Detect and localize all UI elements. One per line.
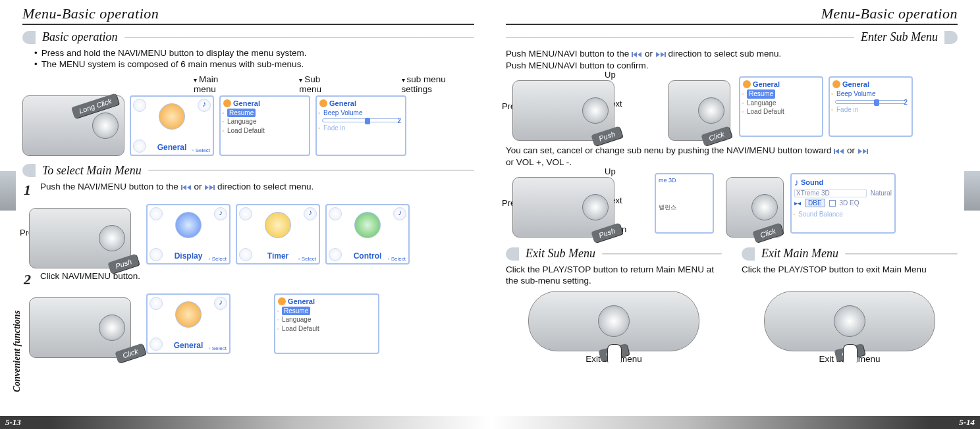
section-heading: To select Main Menu (36, 164, 148, 178)
dot-icon (150, 297, 163, 310)
setting-name: Beep Volume (832, 89, 909, 99)
select-label: ◦ Select (192, 147, 210, 153)
bullet-item: Press and hold the NAVI/MENU button to d… (34, 48, 474, 59)
gear-icon (175, 301, 202, 328)
menu-item: Fade in (832, 105, 909, 114)
device-front-illustration: Click (528, 291, 699, 351)
device-wrap: Click (661, 74, 734, 139)
menu-item: Load Default (223, 126, 306, 136)
select-label: ◦ Select (209, 256, 227, 262)
section-rule (506, 37, 854, 38)
hand-icon (607, 344, 622, 363)
menu-item: Resume (743, 89, 819, 99)
menu-item: Resume (223, 109, 306, 118)
edge-tab (964, 171, 980, 211)
bullet-item: The MENU system is composed of 6 main me… (34, 59, 474, 70)
header-text: General (233, 99, 260, 107)
slider (322, 118, 400, 122)
exit-main-column: Exit Main Menu Click the PLAY/STOP butto… (742, 241, 958, 364)
text: or (645, 49, 653, 59)
enter-text: Push MENU/NAVI button to the or directio… (506, 48, 958, 71)
menu-item: Sound Balance (794, 210, 892, 219)
page-number: 5-13 (5, 417, 21, 428)
text: or (194, 182, 202, 191)
text: Push MENU/NAVI button to confirm. (506, 61, 649, 70)
sub-menu-screen: General Resume Language Load Default (219, 95, 310, 156)
screen-header: General (223, 99, 306, 107)
section-rule (148, 170, 474, 171)
menu-type-labels: Main menu Sub menu sub menu settings (194, 74, 474, 94)
footer-gradient (0, 416, 490, 429)
prev-track-icon (632, 52, 642, 57)
device-wrap: Click (22, 291, 141, 357)
device-illustration: Long Click (22, 95, 124, 156)
note-icon (393, 207, 406, 220)
gear-icon (832, 80, 840, 88)
card-label: Control (354, 251, 382, 261)
gear-icon (278, 297, 286, 305)
select-row-2: Click General ◦ Select General Resume La… (22, 291, 474, 357)
up-label: Up (605, 166, 616, 176)
card-label: Timer (267, 251, 288, 261)
sub-menu-screen: General Resume Language Load Default (739, 76, 823, 137)
header-text: Sound (801, 178, 823, 186)
dot-icon (133, 99, 146, 112)
exit-sub-column: Exit Sub Menu Click the PLAY/STOP button… (506, 241, 722, 364)
setting-name: Beep Volume (319, 109, 402, 118)
note-icon (214, 297, 227, 310)
basic-bullets: Press and hold the NAVI/MENU button to d… (34, 48, 474, 70)
note-icon (214, 207, 227, 220)
control-icon (354, 212, 381, 238)
screen-header: General (832, 80, 909, 88)
side-label: Convenient functions (12, 311, 22, 392)
device-illustration (29, 297, 131, 358)
label-sub-menu: Sub menu (299, 74, 342, 94)
select-label: ◦ Select (388, 256, 406, 262)
device-front-illustration: Click (764, 291, 935, 351)
right-page: Menu-Basic operation Enter Sub Menu Push… (490, 0, 980, 429)
header-text: General (842, 80, 869, 88)
dot-icon (329, 207, 342, 220)
menu-item: Language (743, 99, 819, 108)
dot-icon (239, 248, 252, 261)
menu-card: General ◦ Select (146, 293, 231, 354)
section-rule (124, 37, 475, 38)
menu-item: Fade in (319, 124, 402, 133)
section-rule (602, 253, 722, 255)
footer-gradient (490, 416, 980, 429)
up-label: Up (605, 70, 616, 80)
option: 3D EQ (840, 199, 859, 207)
header-text: General (329, 99, 356, 107)
sound-row: XTreme 3D Natural (794, 189, 892, 197)
card-label: Display (175, 251, 203, 261)
text: You can set, cancel or change sub nenu b… (506, 145, 832, 155)
screen-header: General (319, 99, 402, 107)
section-exit-main: Exit Main Menu (742, 247, 958, 261)
section-cap-icon (506, 247, 519, 261)
section-exit-sub: Exit Sub Menu (506, 247, 722, 261)
dot-icon (150, 248, 163, 261)
text: direction to select sub menu. (668, 49, 781, 59)
highlighted-item: Resume (227, 109, 256, 118)
text: or VOL +, VOL -. (506, 157, 572, 167)
exit-text: Click the PLAY/STOP button to return Mai… (506, 265, 722, 287)
section-cap-icon (742, 247, 755, 261)
dbe-button: DBE (805, 199, 825, 207)
page-title: Menu-Basic operation (506, 5, 958, 25)
select-label: ◦ Select (298, 256, 316, 262)
device-wrap: Click (719, 170, 785, 236)
text: direction to select menu. (217, 182, 313, 191)
menu-item: Language (278, 315, 375, 324)
section-heading: Basic operation (36, 30, 124, 44)
prev-track-icon (181, 185, 192, 190)
gear-icon (159, 103, 185, 130)
section-select-main-menu: To select Main Menu (22, 164, 474, 178)
next-track-icon (858, 149, 868, 154)
section-enter-sub-menu: Enter Sub Menu (506, 30, 958, 44)
text: Push the NAVI/MENU button to the (40, 182, 178, 191)
left-page: Menu-Basic operation Basic operation Pre… (0, 0, 490, 429)
main-menu-card: General ◦ Select (130, 95, 214, 156)
hand-icon (843, 344, 858, 363)
note-icon (198, 99, 211, 112)
device-illustration (29, 208, 131, 268)
